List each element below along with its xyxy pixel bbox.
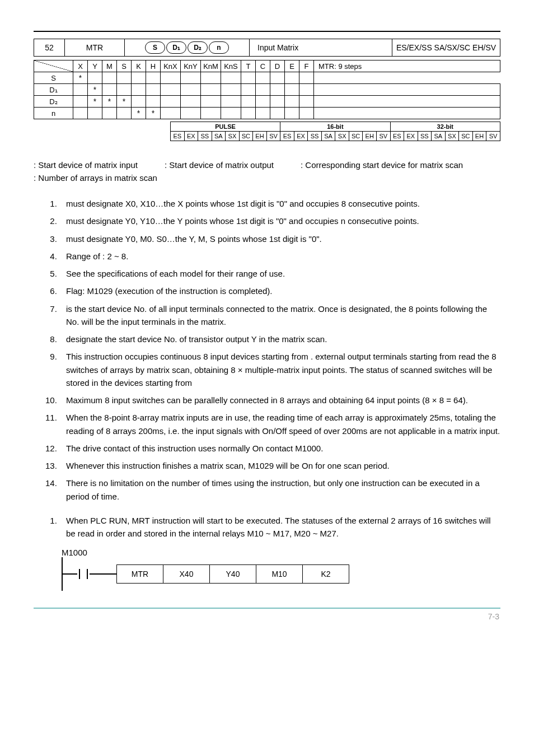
col-c: C — [256, 60, 270, 72]
legend-d: : Number of arrays in matrix scan — [34, 173, 157, 183]
operand-cell — [161, 96, 181, 108]
col-kny: KnY — [181, 60, 201, 72]
instruction-mnemonic: MTR — [65, 39, 125, 56]
subtable-32bit: 32-bit — [390, 122, 500, 132]
operand-cell — [181, 96, 201, 108]
operand-cell — [181, 72, 201, 84]
subtable-cell: SX — [445, 132, 459, 141]
explain-item: Range of : 2 ~ 8. — [59, 250, 500, 263]
footer-rule — [34, 608, 500, 609]
subtable-cell: EX — [294, 132, 308, 141]
operand-steps-filler — [314, 108, 500, 119]
operand-cell — [201, 84, 221, 96]
operand-cell — [221, 108, 241, 119]
ladder-cell-k2: K2 — [303, 564, 349, 584]
ladder-cell-m10: M10 — [256, 564, 303, 584]
operand-cell — [88, 72, 102, 84]
subtable-cell: EX — [184, 132, 198, 141]
explain-item: There is no limitation on the number of … — [59, 477, 500, 503]
subtable-cell: SC — [459, 132, 473, 141]
operand-cell: * — [88, 84, 102, 96]
subtable-cell: SS — [418, 132, 432, 141]
subtable-cell: SV — [266, 132, 280, 141]
operand-cell: * — [73, 72, 88, 84]
operand-cell: * — [117, 96, 132, 108]
explain-item: This instruction occupies continuous 8 i… — [59, 350, 500, 389]
subtable-cell: SV — [486, 132, 500, 141]
instruction-number: 52 — [34, 39, 65, 56]
explain-item: The drive contact of this instruction us… — [59, 442, 500, 455]
operand-cell — [299, 84, 314, 96]
operand-cell: * — [132, 108, 146, 119]
operand-cell: * — [146, 108, 161, 119]
operand-cell — [132, 96, 146, 108]
col-d: D — [270, 60, 285, 72]
operand-cell: * — [88, 96, 102, 108]
col-knm: KnM — [201, 60, 221, 72]
legend-a: : Start device of matrix input — [34, 160, 138, 170]
operand-cell — [299, 108, 314, 119]
top-rule — [34, 31, 500, 32]
legend-b: : Start device of matrix output — [165, 160, 274, 170]
operand-cell — [132, 84, 146, 96]
ladder-contact — [77, 569, 90, 579]
operand-cell — [73, 84, 88, 96]
operand-cell — [132, 72, 146, 84]
operand-cell — [117, 72, 132, 84]
operand-steps-filler — [314, 96, 500, 108]
explain-item: must designate Y0, Y10…the Y points whos… — [59, 214, 500, 227]
ladder-cell-y40: Y40 — [210, 564, 256, 584]
operand-cell — [285, 96, 299, 108]
operand-cell — [270, 72, 285, 84]
subtable-cell: SA — [212, 132, 226, 141]
subtable-cell: SX — [335, 132, 349, 141]
operand-cell — [146, 84, 161, 96]
format-subtable: PULSE 16-bit 32-bit ESEXSSSASXSCEHSVESEX… — [34, 122, 500, 141]
explain-item: Whenever this instruction finishes a mat… — [59, 459, 500, 472]
operand-cell: * — [102, 96, 117, 108]
explain-item: When the 8-point 8-array matrix inputs a… — [59, 411, 500, 437]
operand-cell — [221, 84, 241, 96]
instruction-operands: S D₁ D₂ n — [125, 39, 250, 56]
operand-d1: D₁ — [166, 41, 186, 54]
col-h: H — [146, 60, 161, 72]
instruction-title: Input Matrix — [250, 39, 392, 56]
subtable-cell: ES — [280, 132, 294, 141]
operand-cell — [181, 84, 201, 96]
operand-cell — [102, 84, 117, 96]
operand-cell — [270, 84, 285, 96]
ladder-hsep2 — [90, 573, 116, 575]
subtable-cell: SC — [239, 132, 253, 141]
operand-steps-filler — [314, 84, 500, 96]
operand-cell — [270, 96, 285, 108]
operand-cell — [201, 108, 221, 119]
explain-item: See the specifications of each model for… — [59, 267, 500, 280]
operand-cell — [146, 72, 161, 84]
ladder-coil-label: M1000 — [62, 548, 500, 557]
subtable-cell: EX — [404, 132, 418, 141]
subtable-cell: SC — [349, 132, 363, 141]
subtable-pulse: PULSE — [171, 122, 280, 132]
operand-table: X Y M S K H KnX KnY KnM KnS T C D E F MT… — [34, 60, 500, 119]
subtable-cell: SV — [376, 132, 390, 141]
program-example-intro: When PLC RUN, MRT instruction will start… — [59, 514, 500, 540]
subtable-cell: ES — [390, 132, 404, 141]
subtable-cell: SA — [432, 132, 446, 141]
explain-item: Flag: M1029 (execution of the instructio… — [59, 284, 500, 297]
operand-cell — [161, 84, 181, 96]
operand-row-label: S — [34, 72, 73, 84]
ladder-diagram: M1000 MTR X40 Y40 M10 K2 — [62, 548, 500, 591]
operand-cell — [285, 72, 299, 84]
subtable-cell: SS — [308, 132, 322, 141]
col-t: T — [241, 60, 256, 72]
explain-item: designate the start device No. of transi… — [59, 333, 500, 346]
operand-cell — [270, 108, 285, 119]
operand-cell — [285, 108, 299, 119]
operand-row-label: D₂ — [34, 96, 73, 108]
operand-cell — [73, 96, 88, 108]
operand-n: n — [209, 41, 229, 54]
col-e: E — [285, 60, 299, 72]
operand-cell — [299, 72, 314, 84]
col-k: K — [132, 60, 146, 72]
operand-d2: D₂ — [188, 41, 208, 54]
